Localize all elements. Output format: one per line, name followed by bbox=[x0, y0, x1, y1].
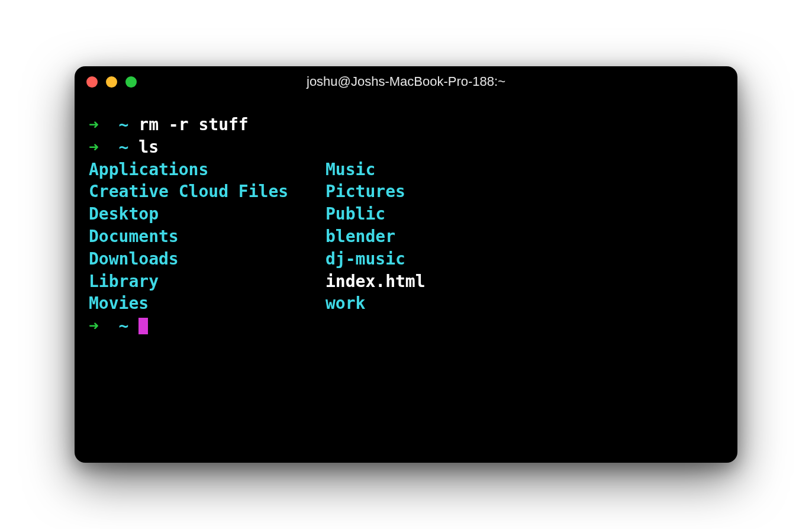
ls-column: MusicPicturesPublicblenderdj-musicindex.… bbox=[326, 159, 426, 315]
ls-output: ApplicationsCreative Cloud FilesDesktopD… bbox=[89, 159, 723, 315]
file-entry: index.html bbox=[326, 270, 426, 293]
directory-entry: blender bbox=[326, 225, 426, 248]
ls-column: ApplicationsCreative Cloud FilesDesktopD… bbox=[89, 159, 326, 315]
directory-entry: Movies bbox=[89, 292, 326, 315]
directory-entry: Public bbox=[326, 203, 426, 225]
directory-entry: dj-music bbox=[326, 248, 426, 270]
command-text: ls bbox=[138, 137, 159, 157]
directory-entry: Creative Cloud Files bbox=[89, 180, 326, 203]
directory-entry: Library bbox=[89, 270, 326, 293]
directory-entry: Desktop bbox=[89, 203, 326, 225]
terminal-content[interactable]: ➜ ~ rm -r stuff ➜ ~ ls ApplicationsCreat… bbox=[75, 97, 737, 463]
prompt-path: ~ bbox=[119, 115, 129, 134]
directory-entry: Music bbox=[326, 159, 426, 181]
titlebar: joshu@Joshs-MacBook-Pro-188:~ bbox=[75, 66, 737, 97]
prompt-path: ~ bbox=[119, 137, 129, 157]
minimize-button[interactable] bbox=[106, 76, 117, 88]
terminal-window: joshu@Joshs-MacBook-Pro-188:~ ➜ ~ rm -r … bbox=[75, 66, 737, 463]
directory-entry: Applications bbox=[89, 159, 326, 181]
command-text: rm -r stuff bbox=[138, 115, 248, 134]
window-title: joshu@Joshs-MacBook-Pro-188:~ bbox=[75, 74, 737, 89]
close-button[interactable] bbox=[86, 76, 98, 88]
traffic-lights bbox=[86, 76, 137, 88]
maximize-button[interactable] bbox=[125, 76, 137, 88]
prompt-arrow-icon: ➜ bbox=[89, 316, 99, 336]
prompt-arrow-icon: ➜ bbox=[89, 115, 99, 134]
directory-entry: Downloads bbox=[89, 248, 326, 270]
directory-entry: Pictures bbox=[326, 180, 426, 203]
prompt-arrow-icon: ➜ bbox=[89, 137, 99, 157]
directory-entry: work bbox=[326, 292, 426, 315]
prompt-path: ~ bbox=[119, 316, 129, 336]
directory-entry: Documents bbox=[89, 225, 326, 248]
cursor bbox=[138, 318, 148, 334]
